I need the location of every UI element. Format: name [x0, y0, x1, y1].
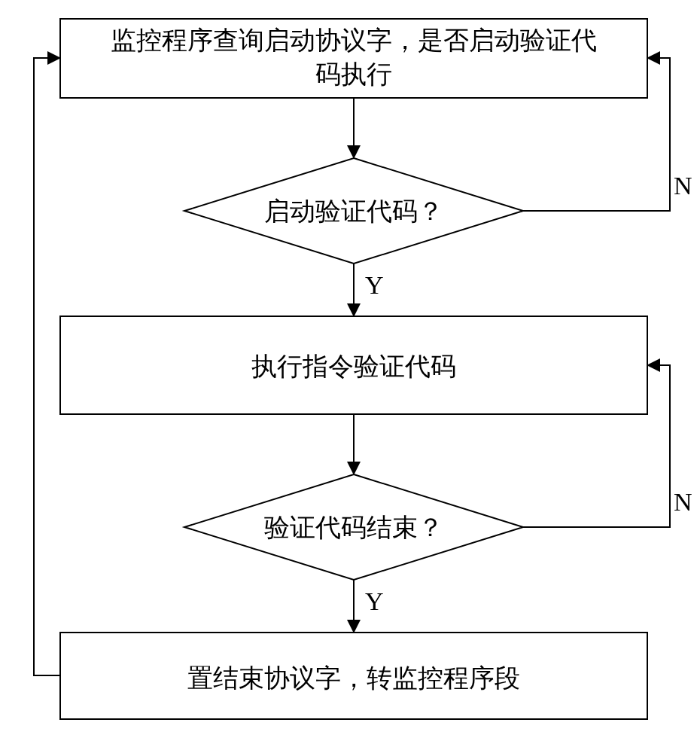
flowchart: 监控程序查询启动协议字，是否启动验证代 码执行 启动验证代码？ N Y 执行指令… [0, 0, 700, 753]
decision1-text: 启动验证代码？ [264, 197, 443, 225]
decision2-text: 验证代码结束？ [264, 514, 443, 541]
step2-text: 执行指令验证代码 [251, 352, 456, 380]
step1-text-line2: 码执行 [315, 60, 392, 88]
decision1-no-label: N [674, 172, 692, 200]
step1-text-line1: 监控程序查询启动协议字，是否启动验证代 [111, 26, 597, 54]
decision1-yes-label: Y [365, 271, 384, 299]
decision2-no-label: N [674, 488, 692, 516]
step3-text: 置结束协议字，转监控程序段 [187, 664, 520, 692]
decision2-yes-label: Y [365, 587, 384, 615]
feedback-path [34, 58, 60, 675]
